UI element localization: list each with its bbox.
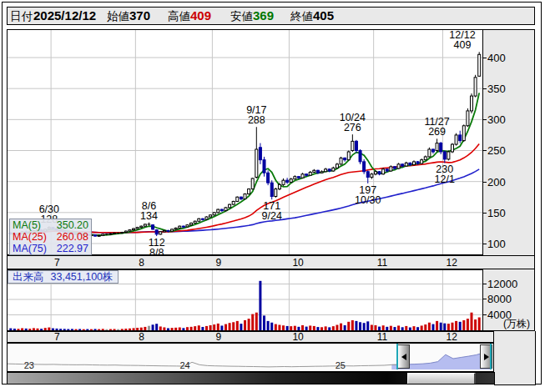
ma5-label: MA(5) (13, 219, 41, 231)
close-value: 405 (313, 8, 334, 23)
ohlc-header: 日付 2025/12/12 始値 370 高値 409 安値 369 終値 40… (7, 7, 535, 25)
price-tick-150: 150 (487, 207, 506, 219)
volume-label: 出来高 (13, 271, 44, 283)
volume-tick-8000: 8000 (487, 293, 512, 305)
selection-left-marker (396, 344, 398, 369)
month-label-top-8: 8 (139, 257, 144, 269)
month-label-top-11: 11 (377, 257, 387, 269)
ma75-row: MA(75) 222.97 (10, 243, 91, 254)
annotation-8/8: 8/8 (149, 247, 164, 254)
high-label: 高値 (168, 9, 190, 24)
date-label: 日付 (10, 9, 33, 24)
month-label-bottom-9: 9 (215, 331, 221, 343)
annotation-9/24: 9/24 (262, 210, 282, 222)
navigator-chart (8, 344, 492, 369)
price-tickmark (483, 119, 487, 120)
nav-year-23: 23 (24, 360, 34, 370)
ma-legend: MA(5) 350.20 MA(25) 260.08 MA(75) 222.97 (9, 219, 92, 255)
price-tickmark (483, 58, 487, 58)
low-value: 369 (253, 8, 274, 23)
left-arrow-icon (401, 354, 406, 360)
nav-year-24: 24 (179, 360, 189, 370)
annotation-12/1: 12/1 (435, 173, 455, 185)
price-tick-350: 350 (487, 83, 506, 95)
ma25-label: MA(25) (13, 231, 47, 243)
month-label-top-7: 7 (54, 257, 60, 269)
ma25-row: MA(25) 260.08 (10, 231, 91, 243)
ma5-value: 350.20 (57, 219, 88, 231)
price-tick-300: 300 (487, 113, 506, 126)
annotation-11/27: 269 (428, 126, 446, 138)
range-left-button[interactable] (397, 344, 410, 369)
month-label-bottom-10: 10 (292, 331, 303, 343)
month-label-top-12: 12 (446, 257, 457, 269)
month-label-bottom-7: 7 (54, 331, 60, 343)
price-tick-400: 400 (487, 52, 506, 64)
price-tickmark (483, 88, 487, 89)
annotation-10/24: 276 (344, 122, 361, 133)
ma75-label: MA(75) (13, 243, 47, 254)
price-tick-200: 200 (487, 176, 506, 188)
annotation-10/30: 10/30 (355, 194, 381, 206)
volume-chart-pane[interactable]: 出来高33,451,100株 (7, 269, 483, 331)
month-axis-top: 789101112 (7, 255, 535, 269)
annotation-9/17: 288 (248, 114, 265, 126)
annotation-12/12: 409 (454, 39, 472, 51)
month-label-top-10: 10 (292, 257, 303, 269)
month-label-bottom-12: 12 (446, 331, 457, 343)
month-label-top-9: 9 (215, 257, 221, 269)
month-label-bottom-11: 11 (377, 331, 387, 343)
price-tick-100: 100 (487, 238, 506, 250)
price-tickmark (483, 150, 487, 151)
volume-tickmark (483, 299, 487, 299)
corner-filler (494, 331, 536, 385)
month-label-bottom-8: 8 (139, 331, 144, 343)
low-label: 安値 (230, 9, 253, 24)
price-tick-250: 250 (487, 144, 506, 157)
stock-chart-window: 日付 2025/12/12 始値 370 高値 409 安値 369 終値 40… (0, 0, 545, 392)
price-tickmark (483, 213, 487, 214)
range-navigator[interactable]: 232425 (7, 343, 494, 372)
price-chart-pane[interactable]: 6/301288/61341128/89/172881719/2410/2427… (7, 29, 483, 255)
ma5-row: MA(5) 350.20 (10, 219, 91, 231)
selection-right-marker (490, 344, 492, 369)
ma25-value: 260.08 (57, 231, 88, 243)
scrollbar-thumb[interactable] (407, 373, 476, 384)
right-arrow-icon (484, 354, 489, 360)
horizontal-scrollbar[interactable] (7, 372, 495, 384)
month-axis-bottom: 789101112 (7, 331, 494, 343)
price-tickmark (483, 182, 487, 183)
volume-value: 33,451,100株 (51, 271, 114, 283)
open-label: 始値 (107, 9, 129, 24)
volume-tickmark (483, 284, 487, 284)
price-tickmark (483, 244, 487, 244)
close-label: 終値 (290, 9, 313, 24)
volume-unit-label: (万株) (485, 317, 530, 331)
nav-year-25: 25 (336, 360, 346, 370)
volume-label-box: 出来高33,451,100株 (8, 270, 119, 284)
volume-axis: 1200080004000(万株) (483, 269, 535, 331)
price-axis: 400350300250200150100 (483, 29, 535, 255)
volume-tick-12000: 12000 (487, 278, 517, 290)
date-value: 2025/12/12 (33, 8, 96, 23)
open-value: 370 (129, 8, 150, 23)
volume-tickmark (483, 314, 487, 315)
annotation-8/6: 134 (140, 210, 158, 222)
high-value: 409 (190, 8, 211, 23)
ma75-value: 222.97 (57, 243, 88, 254)
